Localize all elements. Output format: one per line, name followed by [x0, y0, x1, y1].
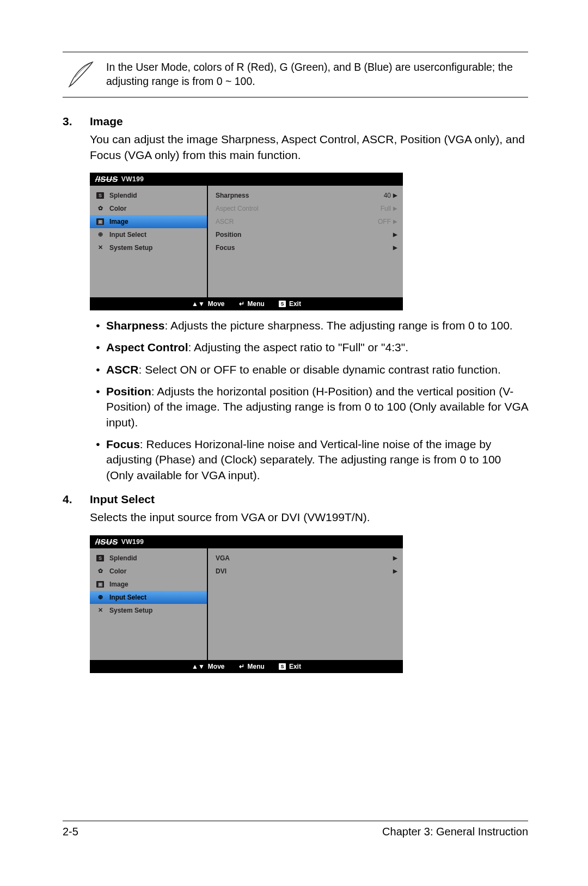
- s-button-icon: S: [279, 663, 286, 670]
- bullet-list: •Sharpness: Adjusts the picture sharpnes…: [90, 318, 528, 483]
- osd-model: VW199: [121, 175, 144, 183]
- osd-menu: SSplendid ✿Color ▣Image ⊕Input Select ✕S…: [90, 548, 207, 660]
- bullet-ascr: •ASCR: Select ON or OFF to enable or dis…: [90, 362, 528, 377]
- chevron-right-icon: ▶: [393, 568, 397, 574]
- brand-logo: /ISUS: [95, 537, 121, 546]
- section-image: 3. Image You can adjust the image Sharpn…: [63, 114, 528, 163]
- section-description: Selects the input source from VGA or DVI…: [90, 510, 528, 525]
- chevron-right-icon: ▶: [393, 218, 397, 224]
- osd-header: /ISUS VW199: [90, 173, 403, 186]
- footer-menu: ↵Menu: [239, 300, 265, 308]
- note-block: In the User Mode, colors of R (Red), G (…: [63, 52, 528, 97]
- system-icon: ✕: [95, 607, 105, 614]
- osd-model: VW199: [121, 538, 144, 546]
- color-icon: ✿: [95, 567, 105, 575]
- image-icon: ▣: [95, 218, 105, 225]
- splendid-icon: S: [95, 554, 105, 562]
- page-number: 2-5: [63, 826, 78, 838]
- splendid-icon: S: [95, 192, 105, 199]
- option-position[interactable]: Position▶: [216, 228, 397, 241]
- page-footer: 2-5 Chapter 3: General Instruction: [63, 821, 528, 838]
- note-text: In the User Mode, colors of R (Red), G (…: [101, 60, 528, 89]
- updown-icon: ▲▼: [192, 663, 205, 670]
- option-sharpness[interactable]: Sharpness40▶: [216, 189, 397, 202]
- menu-item-system-setup[interactable]: ✕System Setup: [90, 241, 207, 254]
- option-focus[interactable]: Focus▶: [216, 241, 397, 254]
- menu-item-system-setup[interactable]: ✕System Setup: [90, 604, 207, 617]
- enter-icon: ↵: [239, 663, 244, 670]
- chapter-label: Chapter 3: General Instruction: [382, 826, 528, 838]
- chevron-right-icon: ▶: [393, 245, 397, 250]
- footer-move: ▲▼Move: [192, 300, 224, 308]
- osd-header: /ISUS VW199: [90, 535, 403, 548]
- updown-icon: ▲▼: [192, 300, 205, 308]
- option-dvi[interactable]: DVI▶: [216, 565, 397, 578]
- input-icon: ⊕: [95, 231, 105, 239]
- bullet-focus: •Focus: Reduces Horizonal-line noise and…: [90, 437, 528, 483]
- footer-menu: ↵Menu: [239, 663, 265, 670]
- osd-footer: ▲▼Move ↵Menu SExit: [90, 297, 403, 310]
- bullet-position: •Position: Adjusts the horizontal positi…: [90, 384, 528, 430]
- section-input-select: 4. Input Select Selects the input source…: [63, 492, 528, 526]
- osd-image-screenshot: /ISUS VW199 SSplendid ✿Color ▣Image ⊕Inp…: [90, 173, 528, 310]
- osd-input-select-screenshot: /ISUS VW199 SSplendid ✿Color ▣Image ⊕Inp…: [90, 535, 528, 673]
- option-ascr[interactable]: ASCROFF▶: [216, 215, 397, 228]
- option-vga[interactable]: VGA▶: [216, 552, 397, 565]
- bullet-aspect-control: •Aspect Control: Adjusting the aspect ra…: [90, 340, 528, 355]
- section-title: Input Select: [90, 492, 528, 506]
- osd-menu: SSplendid ✿Color ▣Image ⊕Input Select ✕S…: [90, 186, 207, 297]
- menu-item-splendid[interactable]: SSplendid: [90, 552, 207, 565]
- section-title: Image: [90, 114, 528, 129]
- menu-item-image[interactable]: ▣Image: [90, 578, 207, 591]
- osd-footer: ▲▼Move ↵Menu SExit: [90, 660, 403, 673]
- section-number: 4.: [63, 492, 90, 526]
- chevron-right-icon: ▶: [393, 205, 397, 211]
- section-number: 3.: [63, 114, 90, 163]
- bullet-sharpness: •Sharpness: Adjusts the picture sharpnes…: [90, 318, 528, 333]
- image-icon: ▣: [95, 581, 105, 588]
- menu-item-input-select[interactable]: ⊕Input Select: [90, 591, 207, 604]
- option-aspect-control[interactable]: Aspect ControlFull▶: [216, 202, 397, 215]
- menu-item-color[interactable]: ✿Color: [90, 565, 207, 578]
- menu-item-image[interactable]: ▣Image: [90, 215, 207, 228]
- chevron-right-icon: ▶: [393, 231, 397, 237]
- chevron-right-icon: ▶: [393, 555, 397, 561]
- osd-options: VGA▶ DVI▶: [207, 548, 403, 660]
- color-icon: ✿: [95, 205, 105, 212]
- chevron-right-icon: ▶: [393, 192, 397, 198]
- quill-icon: [63, 59, 101, 89]
- system-icon: ✕: [95, 244, 105, 252]
- footer-exit: SExit: [279, 300, 301, 308]
- enter-icon: ↵: [239, 300, 244, 308]
- menu-item-input-select[interactable]: ⊕Input Select: [90, 228, 207, 241]
- footer-move: ▲▼Move: [192, 663, 224, 670]
- section-description: You can adjust the image Sharpness, Aspe…: [90, 132, 528, 163]
- osd-options: Sharpness40▶ Aspect ControlFull▶ ASCROFF…: [207, 186, 403, 297]
- menu-item-splendid[interactable]: SSplendid: [90, 189, 207, 202]
- s-button-icon: S: [279, 301, 286, 307]
- menu-item-color[interactable]: ✿Color: [90, 202, 207, 215]
- brand-logo: /ISUS: [95, 174, 121, 184]
- footer-exit: SExit: [279, 663, 301, 670]
- input-icon: ⊕: [95, 594, 105, 601]
